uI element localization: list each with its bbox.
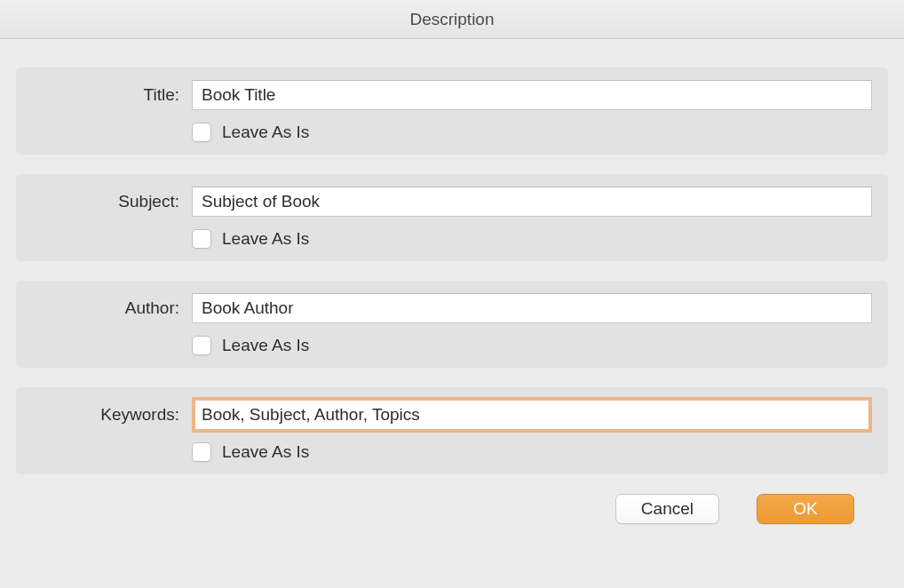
title-leave-row: Leave As Is [32, 119, 872, 142]
author-leave-label: Leave As Is [222, 336, 309, 355]
title-leave-label: Leave As Is [222, 123, 309, 142]
subject-leave-checkbox[interactable] [192, 229, 211, 249]
author-row: Author: [32, 293, 872, 323]
subject-group: Subject: Leave As Is [16, 174, 888, 261]
subject-input[interactable] [192, 187, 872, 217]
title-label: Title: [32, 85, 192, 105]
keywords-leave-checkbox[interactable] [192, 442, 211, 462]
keywords-input[interactable] [192, 397, 872, 433]
button-row: Cancel OK [16, 494, 888, 524]
author-leave-checkbox[interactable] [192, 336, 211, 355]
subject-leave-label: Leave As Is [222, 229, 309, 249]
author-group: Author: Leave As Is [16, 281, 888, 368]
titlebar: Description [0, 0, 904, 39]
author-input[interactable] [192, 293, 872, 323]
title-row: Title: [32, 80, 872, 110]
title-leave-checkbox[interactable] [192, 123, 211, 142]
author-label: Author: [32, 298, 192, 318]
keywords-label: Keywords: [32, 405, 192, 425]
subject-row: Subject: [32, 187, 872, 217]
title-input[interactable] [192, 80, 872, 110]
keywords-group: Keywords: Leave As Is [16, 387, 888, 474]
ok-button[interactable]: OK [757, 494, 854, 524]
cancel-button[interactable]: Cancel [615, 494, 719, 524]
keywords-leave-label: Leave As Is [222, 442, 309, 462]
dialog-content: Title: Leave As Is Subject: Leave As Is … [0, 39, 904, 542]
subject-label: Subject: [32, 192, 192, 211]
keywords-row: Keywords: [32, 400, 872, 430]
subject-leave-row: Leave As Is [32, 226, 872, 249]
author-leave-row: Leave As Is [32, 332, 872, 355]
window-title: Description [409, 10, 494, 29]
keywords-leave-row: Leave As Is [32, 439, 872, 462]
title-group: Title: Leave As Is [16, 68, 888, 155]
